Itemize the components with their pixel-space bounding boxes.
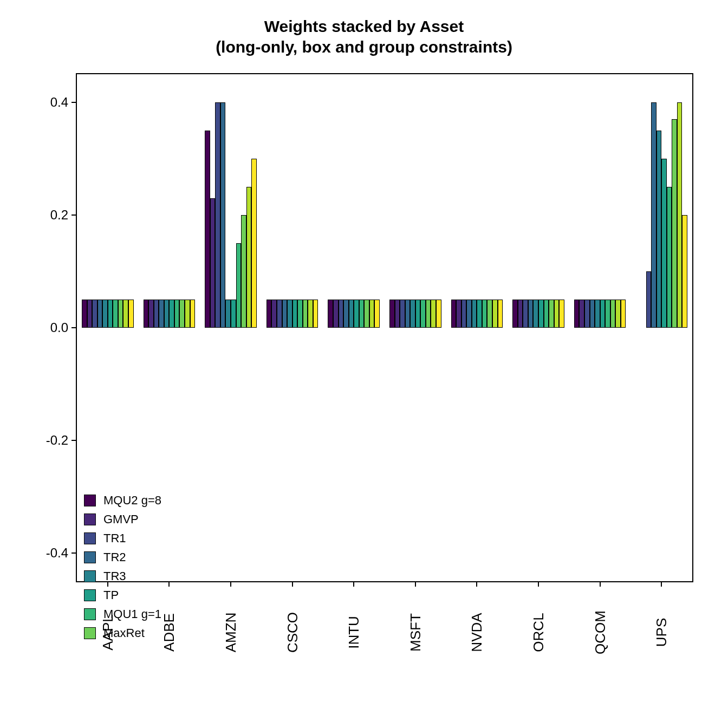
bar xyxy=(190,300,196,328)
bar xyxy=(251,159,257,328)
bar xyxy=(656,131,662,328)
bar xyxy=(672,119,677,328)
x-tick-label: AMZN xyxy=(223,613,239,653)
chart-title: Weights stacked by Asset(long-only, box … xyxy=(0,16,728,57)
x-tick xyxy=(661,581,662,587)
bar xyxy=(374,300,380,328)
x-tick xyxy=(230,581,231,587)
bar xyxy=(621,300,626,328)
bar xyxy=(349,300,354,328)
bar xyxy=(466,300,472,328)
bar xyxy=(426,300,431,328)
legend-label: MQU1 g=1 xyxy=(103,607,161,621)
bar xyxy=(308,300,313,328)
bar xyxy=(600,300,606,328)
y-tick xyxy=(72,327,77,328)
x-tick xyxy=(538,581,539,587)
y-tick-label: 0.4 xyxy=(44,95,68,110)
legend-label: TR1 xyxy=(103,531,126,545)
bar xyxy=(492,300,498,328)
bar xyxy=(364,300,369,328)
plot-area: -0.4-0.20.00.20.4AAPLADBEAMZNCSCOINTUMSF… xyxy=(76,73,693,582)
x-tick xyxy=(353,581,354,587)
bar xyxy=(266,300,272,328)
legend-swatch xyxy=(84,627,96,639)
bar xyxy=(574,300,580,328)
y-tick-label: 0.0 xyxy=(44,320,68,335)
legend-item: GMVP xyxy=(84,511,161,528)
bar xyxy=(559,300,564,328)
bar xyxy=(661,159,667,328)
x-tick xyxy=(415,581,416,587)
bar xyxy=(528,300,534,328)
bar xyxy=(241,215,246,328)
legend-swatch xyxy=(84,532,96,544)
legend-label: TR2 xyxy=(103,550,126,564)
chart-title-text: Weights stacked by Asset(long-only, box … xyxy=(216,17,512,56)
bar xyxy=(246,187,252,328)
bar xyxy=(482,300,487,328)
x-tick-label: QCOM xyxy=(592,610,608,654)
legend-swatch xyxy=(84,495,96,506)
bar xyxy=(92,300,98,328)
legend-item: MQU2 g=8 xyxy=(84,492,161,509)
legend-item: MQU1 g=1 xyxy=(84,606,161,622)
bar xyxy=(456,300,461,328)
legend-label: MaxRet xyxy=(103,626,145,640)
bar xyxy=(590,300,595,328)
legend-label: TR3 xyxy=(103,569,126,583)
bar xyxy=(179,300,185,328)
bar xyxy=(82,300,87,328)
bar xyxy=(236,243,242,328)
bar xyxy=(354,300,359,328)
legend-item: MaxRet xyxy=(84,625,161,641)
bar xyxy=(185,300,190,328)
bar xyxy=(292,300,298,328)
bar xyxy=(303,300,308,328)
bar xyxy=(610,300,616,328)
x-tick xyxy=(292,581,293,587)
bar xyxy=(400,300,405,328)
bar xyxy=(333,300,339,328)
y-tick-label: -0.4 xyxy=(44,545,68,561)
bar xyxy=(549,300,554,328)
bar xyxy=(431,300,436,328)
legend-label: GMVP xyxy=(103,512,139,526)
bar xyxy=(544,300,549,328)
bar xyxy=(584,300,590,328)
x-tick-label: ADBE xyxy=(161,613,178,652)
bar xyxy=(595,300,600,328)
bar xyxy=(389,300,395,328)
bar xyxy=(108,300,113,328)
bar xyxy=(343,300,349,328)
legend-swatch xyxy=(84,551,96,563)
bar xyxy=(651,102,656,328)
bar xyxy=(154,300,159,328)
bar xyxy=(87,300,93,328)
bar xyxy=(682,215,687,328)
bar xyxy=(297,300,303,328)
bar xyxy=(225,300,231,328)
x-tick-label: INTU xyxy=(346,616,362,649)
bar xyxy=(461,300,467,328)
bar xyxy=(554,300,560,328)
legend-swatch xyxy=(84,570,96,582)
y-tick xyxy=(72,102,77,103)
bar xyxy=(395,300,400,328)
legend-label: MQU2 g=8 xyxy=(103,493,161,508)
legend: MQU2 g=8GMVPTR1TR2TR3TPMQU1 g=1MaxRet xyxy=(84,490,161,644)
bar xyxy=(359,300,365,328)
x-tick-label: NVDA xyxy=(469,613,485,652)
x-tick xyxy=(476,581,477,587)
legend-item: TP xyxy=(84,587,161,603)
bar xyxy=(113,300,118,328)
bar xyxy=(118,300,123,328)
x-tick-label: CSCO xyxy=(284,612,301,653)
bar xyxy=(498,300,503,328)
bar xyxy=(102,300,108,328)
bar xyxy=(410,300,415,328)
bar xyxy=(231,300,236,328)
y-tick-label: -0.2 xyxy=(44,433,68,448)
bar xyxy=(144,300,149,328)
bar xyxy=(220,102,226,328)
